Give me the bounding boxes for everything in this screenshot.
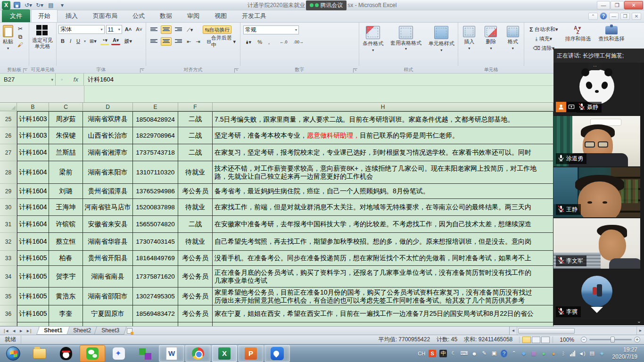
row-header-26[interactable]: 26 xyxy=(0,127,17,144)
cell-C31[interactable]: 许镔镔 xyxy=(49,216,83,233)
workbook-restore-button[interactable]: ❐ xyxy=(620,13,630,20)
last-sheet-button[interactable]: ►| xyxy=(26,329,31,333)
excel-app-icon[interactable]: X xyxy=(2,1,10,9)
cell-F30[interactable]: 待就业 xyxy=(178,199,213,216)
font-dialog-launcher[interactable] xyxy=(140,68,144,73)
column-header-H[interactable]: H xyxy=(213,103,553,111)
cell-F28[interactable]: 待就业 xyxy=(178,161,213,184)
fill-color-button[interactable]: ◔▾ xyxy=(100,37,109,45)
column-header-B[interactable]: B xyxy=(17,103,49,111)
cell-D33[interactable]: 贵州省开阳县 xyxy=(83,251,133,266)
chinese-mode-icon[interactable]: 中 xyxy=(439,350,447,357)
cell-C27[interactable]: 兰斯喆 xyxy=(49,144,83,161)
cut-icon[interactable]: ✂ xyxy=(16,25,25,33)
ribbon-tab-数据[interactable]: 数据 xyxy=(153,9,179,22)
underline-button[interactable]: U xyxy=(75,37,82,45)
cell-H34[interactable]: 正在准备月底的公务员考试，购买了资料学习，还报名了几家事业单位考试，没有准备简历… xyxy=(213,266,553,288)
row-header-36[interactable]: 36 xyxy=(0,305,17,322)
orange-app-icon[interactable]: ● xyxy=(550,350,557,357)
cell-E28[interactable]: 13107110320 xyxy=(133,161,178,184)
cell-F35[interactable]: 考公务员 xyxy=(178,288,213,305)
cell-B36[interactable]: 计科1605 xyxy=(17,305,49,322)
orientation-button[interactable]: ⟋▾ xyxy=(185,25,194,34)
participant-tile-李骥[interactable]: 李骥 xyxy=(553,270,640,320)
row-header-33[interactable]: 33 xyxy=(0,251,17,266)
select-visible-cells-button[interactable]: 选定可见单元格 xyxy=(29,24,56,50)
workbook-minimize-button[interactable]: — xyxy=(609,13,619,20)
cell-F32[interactable]: 待就业 xyxy=(178,233,213,251)
column-header-F[interactable]: F xyxy=(178,103,213,111)
font-color-button[interactable]: A▾ xyxy=(111,37,120,45)
cell-styles-button[interactable]: 单元格样式▾ xyxy=(427,25,456,53)
horizontal-scrollbar[interactable]: ◄ ► xyxy=(509,327,644,335)
cell-F29[interactable]: 考公务员 xyxy=(178,184,213,199)
scrollbar-thumb[interactable] xyxy=(518,328,575,334)
cell-C34[interactable]: 贺李宇 xyxy=(49,266,83,288)
number-dialog-launcher[interactable] xyxy=(353,68,357,73)
tool-icon[interactable]: ✎ xyxy=(481,350,487,357)
cell-C29[interactable]: 刘璐 xyxy=(49,184,83,199)
cell-H33[interactable]: 没看手机。在准备考公。同步在准备投递简历，想在家附近找个不太忙的先做着，同时准备… xyxy=(213,251,553,266)
taskbar-clock[interactable]: 19:27 2020/7/19 xyxy=(609,346,641,361)
taskbar-word[interactable]: W xyxy=(159,345,184,362)
cell-F31[interactable]: 二战 xyxy=(178,216,213,233)
taskbar-thunder[interactable] xyxy=(106,345,132,362)
autosum-button[interactable]: Σ 自动求和 ▾ xyxy=(528,25,559,33)
taskbar-chrome[interactable] xyxy=(185,345,211,362)
conditional-formatting-button[interactable]: 条件格式▾ xyxy=(361,25,385,53)
cell-H26[interactable]: 坚定考研，准备考本校本专业，愿意做科研助理，目前已联系的导师是周书仁老师。 xyxy=(213,127,553,144)
participant-tile-聂静[interactable]: ···聂静 xyxy=(553,63,640,115)
ribbon-tab-开发工具[interactable]: 开发工具 xyxy=(235,9,273,22)
cell-H32[interactable]: 自己希望先考驾照，再去找工作，期望参加秋季校招。想的多，做的少。原来想报培训班，… xyxy=(213,233,553,251)
align-left-button[interactable] xyxy=(149,37,159,46)
sheet-tab-Sheet1[interactable]: Sheet1 xyxy=(37,327,70,335)
cell-E26[interactable]: 18229708964 xyxy=(133,127,178,144)
fx-icon[interactable]: fx xyxy=(74,76,78,83)
cell-C33[interactable]: 柏春 xyxy=(49,251,83,266)
row-header-28[interactable]: 28 xyxy=(0,161,17,184)
page-layout-view-button[interactable] xyxy=(532,337,540,343)
cell-F36[interactable]: 考公务员 xyxy=(178,305,213,322)
participant-tile-涂道勇[interactable]: 涂道勇 xyxy=(553,116,640,166)
increase-decimal-button[interactable]: ←.0 xyxy=(278,38,289,46)
cell-E36[interactable]: 18569483472 xyxy=(133,305,178,322)
cell-D26[interactable]: 山西省长治市 xyxy=(83,127,133,144)
format-cells-button[interactable]: 格式▾ xyxy=(505,25,521,51)
lang-indicator[interactable]: CH xyxy=(418,350,425,357)
align-top-button[interactable] xyxy=(149,25,159,34)
note-icon[interactable]: ▣ xyxy=(491,350,497,357)
grow-font-button[interactable]: A˄ xyxy=(124,25,133,33)
cell-D36[interactable]: 宁夏固原市 xyxy=(83,305,133,322)
format-painter-icon[interactable]: 🖌︎ xyxy=(16,41,25,49)
ribbon-tab-开始[interactable]: 开始 xyxy=(31,9,58,22)
increase-indent-button[interactable]: ⇥ xyxy=(194,37,201,46)
italic-button[interactable]: I xyxy=(68,37,73,45)
row-header-30[interactable]: 30 xyxy=(0,199,17,216)
percent-style-button[interactable]: % xyxy=(256,38,264,46)
align-right-button[interactable] xyxy=(173,37,183,46)
fill-button[interactable]: ⤓ 填充 ▾ xyxy=(528,34,559,43)
decrease-decimal-button[interactable]: .00→ xyxy=(292,38,305,46)
cell-E27[interactable]: 17375743718 xyxy=(133,144,178,161)
cell-D31[interactable]: 安徽省来安县 xyxy=(83,216,133,233)
cell-E30[interactable]: 15200837898 xyxy=(133,199,178,216)
wechat-tray-icon[interactable]: ● xyxy=(540,350,547,357)
qat-customize-button[interactable]: ▾ xyxy=(58,1,67,9)
cell-B28[interactable]: 计科1604 xyxy=(17,161,49,184)
restore-button[interactable]: ❐ xyxy=(611,1,624,9)
ribbon-tab-公式[interactable]: 公式 xyxy=(125,9,152,22)
normal-view-button[interactable] xyxy=(522,337,531,343)
cell-E25[interactable]: 18508428924 xyxy=(133,111,178,127)
cell-F33[interactable]: 考公务员 xyxy=(178,251,213,266)
cell-D27[interactable]: 湖南省湘潭市 xyxy=(83,144,133,161)
cell-B33[interactable]: 计科1605 xyxy=(17,251,49,266)
cell-D28[interactable]: 湖南省耒阳市 xyxy=(83,161,133,184)
paste-button[interactable]: 粘贴▾ xyxy=(0,24,16,51)
first-sheet-button[interactable]: |◄ xyxy=(4,329,9,333)
clipboard-dialog-launcher[interactable] xyxy=(23,68,27,73)
cell-E32[interactable]: 17307403145 xyxy=(133,233,178,251)
cell-D32[interactable]: 湖南省华容县 xyxy=(83,233,133,251)
cell-H30[interactable]: 在家找工作，前端，但是对就业群消息不太关注。对地域等无特殊要求，在等南京公司的最… xyxy=(213,199,553,216)
collapse-ribbon-button[interactable]: ⌃ xyxy=(588,13,598,20)
print-preview-button[interactable]: ▤ xyxy=(46,1,56,9)
